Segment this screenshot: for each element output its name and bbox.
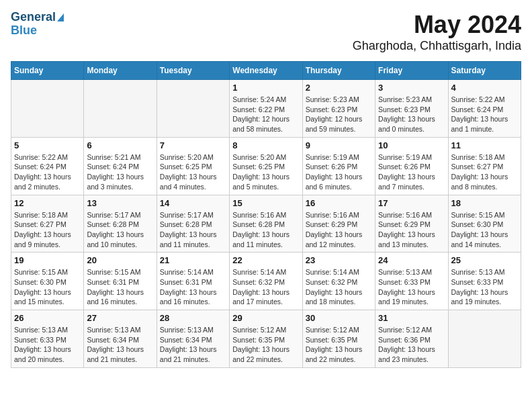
calendar-cell: 11Sunrise: 5:18 AM Sunset: 6:27 PM Dayli… bbox=[448, 137, 521, 195]
calendar-cell: 12Sunrise: 5:18 AM Sunset: 6:27 PM Dayli… bbox=[11, 195, 84, 253]
day-number: 21 bbox=[160, 255, 226, 265]
day-number: 3 bbox=[378, 83, 445, 93]
day-number: 6 bbox=[87, 140, 153, 150]
day-header-friday: Friday bbox=[375, 62, 448, 80]
day-number: 14 bbox=[160, 198, 226, 208]
calendar-cell: 21Sunrise: 5:14 AM Sunset: 6:31 PM Dayli… bbox=[157, 253, 229, 310]
calendar-cell: 19Sunrise: 5:15 AM Sunset: 6:30 PM Dayli… bbox=[11, 253, 84, 310]
day-number: 11 bbox=[451, 140, 518, 150]
day-info: Sunrise: 5:23 AM Sunset: 6:23 PM Dayligh… bbox=[378, 95, 445, 134]
page-header: General Blue May 2024 Gharghoda, Chhatti… bbox=[11, 11, 521, 53]
calendar-cell: 8Sunrise: 5:20 AM Sunset: 6:25 PM Daylig… bbox=[230, 137, 302, 195]
day-number: 15 bbox=[232, 198, 299, 208]
day-number: 8 bbox=[232, 140, 299, 150]
day-info: Sunrise: 5:14 AM Sunset: 6:32 PM Dayligh… bbox=[232, 267, 299, 307]
day-header-monday: Monday bbox=[84, 62, 157, 80]
calendar-cell: 14Sunrise: 5:17 AM Sunset: 6:28 PM Dayli… bbox=[157, 195, 229, 253]
day-number: 29 bbox=[232, 313, 299, 323]
day-info: Sunrise: 5:16 AM Sunset: 6:28 PM Dayligh… bbox=[232, 210, 299, 250]
day-info: Sunrise: 5:19 AM Sunset: 6:26 PM Dayligh… bbox=[306, 152, 372, 192]
day-number: 25 bbox=[451, 255, 518, 265]
calendar-week-4: 19Sunrise: 5:15 AM Sunset: 6:30 PM Dayli… bbox=[11, 253, 521, 310]
day-info: Sunrise: 5:17 AM Sunset: 6:28 PM Dayligh… bbox=[160, 210, 226, 250]
day-info: Sunrise: 5:13 AM Sunset: 6:33 PM Dayligh… bbox=[378, 267, 445, 307]
day-header-tuesday: Tuesday bbox=[157, 62, 229, 80]
day-info: Sunrise: 5:15 AM Sunset: 6:30 PM Dayligh… bbox=[451, 210, 518, 250]
day-number: 17 bbox=[378, 198, 445, 208]
calendar-cell: 6Sunrise: 5:21 AM Sunset: 6:24 PM Daylig… bbox=[84, 137, 157, 195]
day-header-thursday: Thursday bbox=[302, 62, 375, 80]
calendar-cell: 3Sunrise: 5:23 AM Sunset: 6:23 PM Daylig… bbox=[375, 80, 448, 138]
day-info: Sunrise: 5:19 AM Sunset: 6:26 PM Dayligh… bbox=[378, 152, 445, 192]
calendar-week-5: 26Sunrise: 5:13 AM Sunset: 6:33 PM Dayli… bbox=[11, 310, 521, 368]
day-number: 20 bbox=[87, 255, 153, 265]
day-info: Sunrise: 5:21 AM Sunset: 6:24 PM Dayligh… bbox=[87, 152, 153, 192]
day-number: 7 bbox=[160, 140, 226, 150]
title-block: May 2024 Gharghoda, Chhattisgarh, India bbox=[353, 11, 521, 53]
day-number: 16 bbox=[306, 198, 372, 208]
calendar-cell: 31Sunrise: 5:12 AM Sunset: 6:36 PM Dayli… bbox=[375, 310, 448, 368]
day-info: Sunrise: 5:24 AM Sunset: 6:22 PM Dayligh… bbox=[232, 95, 299, 134]
day-number: 10 bbox=[378, 140, 445, 150]
logo-general-text: General bbox=[11, 11, 56, 24]
day-info: Sunrise: 5:22 AM Sunset: 6:24 PM Dayligh… bbox=[14, 152, 81, 192]
calendar-table: SundayMondayTuesdayWednesdayThursdayFrid… bbox=[11, 61, 521, 368]
day-number: 2 bbox=[306, 83, 372, 93]
calendar-cell: 30Sunrise: 5:12 AM Sunset: 6:35 PM Dayli… bbox=[302, 310, 375, 368]
day-info: Sunrise: 5:17 AM Sunset: 6:28 PM Dayligh… bbox=[87, 210, 153, 250]
day-info: Sunrise: 5:15 AM Sunset: 6:31 PM Dayligh… bbox=[87, 267, 153, 307]
day-info: Sunrise: 5:13 AM Sunset: 6:34 PM Dayligh… bbox=[160, 325, 226, 365]
calendar-cell: 22Sunrise: 5:14 AM Sunset: 6:32 PM Dayli… bbox=[230, 253, 302, 310]
calendar-cell: 10Sunrise: 5:19 AM Sunset: 6:26 PM Dayli… bbox=[375, 137, 448, 195]
calendar-cell: 9Sunrise: 5:19 AM Sunset: 6:26 PM Daylig… bbox=[302, 137, 375, 195]
day-number: 31 bbox=[378, 313, 445, 323]
day-number: 24 bbox=[378, 255, 445, 265]
calendar-cell: 17Sunrise: 5:16 AM Sunset: 6:29 PM Dayli… bbox=[375, 195, 448, 253]
day-header-sunday: Sunday bbox=[11, 62, 84, 80]
logo-icon bbox=[57, 13, 64, 21]
calendar-cell: 15Sunrise: 5:16 AM Sunset: 6:28 PM Dayli… bbox=[230, 195, 302, 253]
day-number: 18 bbox=[451, 198, 518, 208]
day-info: Sunrise: 5:12 AM Sunset: 6:35 PM Dayligh… bbox=[306, 325, 372, 365]
calendar-week-3: 12Sunrise: 5:18 AM Sunset: 6:27 PM Dayli… bbox=[11, 195, 521, 253]
calendar-cell: 20Sunrise: 5:15 AM Sunset: 6:31 PM Dayli… bbox=[84, 253, 157, 310]
calendar-cell: 13Sunrise: 5:17 AM Sunset: 6:28 PM Dayli… bbox=[84, 195, 157, 253]
day-info: Sunrise: 5:20 AM Sunset: 6:25 PM Dayligh… bbox=[232, 152, 299, 192]
calendar-cell bbox=[11, 80, 84, 138]
day-info: Sunrise: 5:23 AM Sunset: 6:23 PM Dayligh… bbox=[306, 95, 372, 134]
day-number: 26 bbox=[14, 313, 81, 323]
day-info: Sunrise: 5:13 AM Sunset: 6:33 PM Dayligh… bbox=[14, 325, 81, 365]
calendar-cell: 2Sunrise: 5:23 AM Sunset: 6:23 PM Daylig… bbox=[302, 80, 375, 138]
day-number: 1 bbox=[232, 83, 299, 93]
calendar-cell bbox=[157, 80, 229, 138]
day-info: Sunrise: 5:14 AM Sunset: 6:32 PM Dayligh… bbox=[306, 267, 372, 307]
calendar-week-2: 5Sunrise: 5:22 AM Sunset: 6:24 PM Daylig… bbox=[11, 137, 521, 195]
calendar-week-1: 1Sunrise: 5:24 AM Sunset: 6:22 PM Daylig… bbox=[11, 80, 521, 138]
day-header-wednesday: Wednesday bbox=[230, 62, 302, 80]
day-number: 22 bbox=[232, 255, 299, 265]
day-info: Sunrise: 5:22 AM Sunset: 6:24 PM Dayligh… bbox=[451, 95, 518, 134]
calendar-cell: 18Sunrise: 5:15 AM Sunset: 6:30 PM Dayli… bbox=[448, 195, 521, 253]
day-number: 9 bbox=[306, 140, 372, 150]
calendar-cell: 29Sunrise: 5:12 AM Sunset: 6:35 PM Dayli… bbox=[230, 310, 302, 368]
day-info: Sunrise: 5:20 AM Sunset: 6:25 PM Dayligh… bbox=[160, 152, 226, 192]
day-info: Sunrise: 5:15 AM Sunset: 6:30 PM Dayligh… bbox=[14, 267, 81, 307]
day-info: Sunrise: 5:13 AM Sunset: 6:33 PM Dayligh… bbox=[451, 267, 518, 307]
calendar-cell bbox=[448, 310, 521, 368]
calendar-cell: 28Sunrise: 5:13 AM Sunset: 6:34 PM Dayli… bbox=[157, 310, 229, 368]
calendar-cell: 25Sunrise: 5:13 AM Sunset: 6:33 PM Dayli… bbox=[448, 253, 521, 310]
day-info: Sunrise: 5:18 AM Sunset: 6:27 PM Dayligh… bbox=[451, 152, 518, 192]
logo: General Blue bbox=[11, 11, 64, 38]
calendar-cell: 16Sunrise: 5:16 AM Sunset: 6:29 PM Dayli… bbox=[302, 195, 375, 253]
day-info: Sunrise: 5:18 AM Sunset: 6:27 PM Dayligh… bbox=[14, 210, 81, 250]
calendar-title: May 2024 bbox=[353, 11, 521, 39]
calendar-cell: 23Sunrise: 5:14 AM Sunset: 6:32 PM Dayli… bbox=[302, 253, 375, 310]
day-info: Sunrise: 5:12 AM Sunset: 6:36 PM Dayligh… bbox=[378, 325, 445, 365]
day-number: 5 bbox=[14, 140, 81, 150]
day-info: Sunrise: 5:14 AM Sunset: 6:31 PM Dayligh… bbox=[160, 267, 226, 307]
calendar-header-row: SundayMondayTuesdayWednesdayThursdayFrid… bbox=[11, 62, 521, 80]
calendar-cell: 24Sunrise: 5:13 AM Sunset: 6:33 PM Dayli… bbox=[375, 253, 448, 310]
day-info: Sunrise: 5:12 AM Sunset: 6:35 PM Dayligh… bbox=[232, 325, 299, 365]
day-number: 28 bbox=[160, 313, 226, 323]
calendar-cell: 4Sunrise: 5:22 AM Sunset: 6:24 PM Daylig… bbox=[448, 80, 521, 138]
